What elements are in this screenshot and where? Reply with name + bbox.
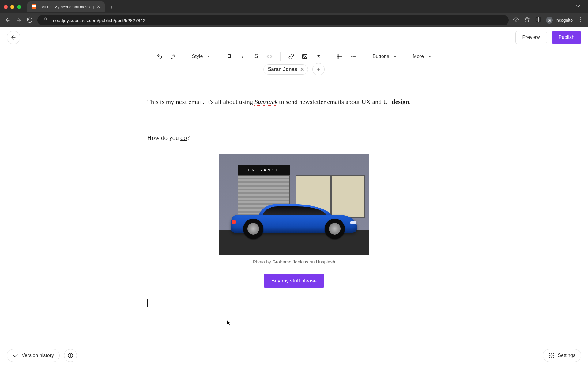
code-button[interactable] [264, 51, 275, 62]
settings-label: Settings [558, 353, 575, 358]
profile-badge[interactable]: Incognito [546, 17, 573, 24]
bookmark-star-button[interactable] [524, 17, 530, 24]
svg-point-14 [338, 54, 339, 55]
svg-point-10 [580, 21, 581, 22]
nav-back-button[interactable] [4, 17, 11, 24]
add-author-button[interactable]: ＋ [312, 63, 325, 75]
paragraph-1[interactable]: This is my next email. It's all about us… [147, 97, 441, 107]
svg-rect-12 [303, 54, 307, 58]
profile-label: Incognito [555, 18, 573, 23]
incognito-icon [546, 17, 553, 24]
nav-forward-button[interactable] [15, 17, 22, 24]
check-icon [13, 352, 19, 358]
image-caption[interactable]: Photo by Grahame Jenkins on Unsplash [219, 259, 369, 264]
tab-title: Editing "My next email messag [40, 5, 94, 9]
mouse-cursor-icon [227, 320, 231, 326]
buttons-dropdown[interactable]: Buttons [369, 51, 399, 62]
undo-button[interactable] [154, 51, 165, 62]
cta-button[interactable]: Buy my stuff please [264, 274, 324, 288]
svg-rect-2 [43, 20, 47, 22]
settings-button[interactable]: Settings [543, 349, 581, 362]
italic-button[interactable]: I [237, 51, 248, 62]
strikethrough-button[interactable]: S [250, 51, 262, 62]
window-controls [4, 5, 21, 9]
chevron-down-icon [575, 3, 581, 9]
bullet-list-icon [337, 53, 343, 59]
app-header: Preview Publish [0, 27, 588, 48]
svg-rect-4 [536, 17, 541, 21]
quote-icon [315, 53, 321, 59]
tab-strip: Editing "My next email messag ✕ ＋ [0, 0, 588, 13]
browser-menu-button[interactable] [578, 17, 584, 24]
numbered-list-icon [350, 53, 356, 59]
more-dropdown[interactable]: More [410, 51, 434, 62]
buttons-label: Buttons [372, 54, 389, 59]
window-close-button[interactable] [4, 5, 8, 9]
new-tab-button[interactable]: ＋ [107, 3, 116, 10]
figure[interactable]: ENTRANCE Photo by Grahame Jenkins on Uns… [219, 154, 369, 264]
browser-chrome: Editing "My next email messag ✕ ＋ moodjo… [0, 0, 588, 27]
svg-point-7 [549, 20, 551, 21]
address-bar[interactable]: moodjoy.substack.com/publish/post/528278… [37, 15, 509, 25]
svg-point-25 [70, 354, 71, 355]
bold-button[interactable]: B [223, 51, 235, 62]
cta-label: Buy my stuff please [271, 278, 317, 284]
svg-point-15 [338, 56, 339, 57]
author-row: Saran Jonas ✕ ＋ [0, 63, 588, 75]
bullet-list-button[interactable] [334, 51, 346, 62]
preview-button-label: Preview [522, 35, 540, 40]
editor-content[interactable]: This is my next email. It's all about us… [147, 75, 441, 307]
info-icon [67, 352, 74, 358]
svg-point-26 [551, 355, 552, 356]
link-icon [288, 53, 294, 59]
arrow-left-icon [5, 17, 11, 23]
info-button[interactable] [64, 349, 77, 362]
image-button[interactable] [299, 51, 311, 62]
author-remove-button[interactable]: ✕ [300, 67, 304, 72]
browser-tab[interactable]: Editing "My next email messag ✕ [27, 1, 105, 12]
version-history-label: Version history [22, 353, 54, 358]
url-text: moodjoy.substack.com/publish/post/528278… [51, 18, 145, 23]
reload-icon [27, 17, 33, 23]
svg-point-9 [580, 19, 581, 20]
editor-back-button[interactable] [7, 31, 20, 44]
style-label: Style [192, 54, 203, 59]
car-illustration [231, 203, 357, 240]
tab-close-button[interactable]: ✕ [97, 4, 100, 9]
svg-point-6 [548, 20, 550, 21]
arrow-right-icon [16, 17, 22, 23]
editor-footer: Version history Settings [7, 349, 581, 362]
author-name: Saran Jonas [268, 67, 297, 72]
nav-reload-button[interactable] [26, 17, 33, 24]
window-minimize-button[interactable] [10, 5, 14, 9]
caption-source-link[interactable]: Unsplash [316, 259, 335, 264]
image-icon [302, 53, 308, 59]
paragraph-2[interactable]: How do you do? [147, 133, 441, 143]
editor-toolbar: Style B I S Buttons More [0, 48, 588, 65]
redo-icon [170, 53, 176, 59]
blockquote-button[interactable] [312, 51, 324, 62]
side-panel-button[interactable] [535, 17, 541, 24]
svg-point-8 [580, 17, 581, 18]
arrow-left-icon [10, 34, 17, 40]
version-history-button[interactable]: Version history [7, 349, 60, 362]
window-zoom-button[interactable] [17, 5, 21, 9]
style-dropdown[interactable]: Style [189, 51, 213, 62]
preview-button[interactable]: Preview [515, 31, 547, 44]
undo-icon [156, 53, 163, 59]
spellcheck-word[interactable]: Substack [254, 98, 277, 105]
author-chip[interactable]: Saran Jonas ✕ [263, 64, 308, 75]
url-toolbar: moodjoy.substack.com/publish/post/528278… [0, 13, 588, 27]
publish-button[interactable]: Publish [552, 31, 581, 44]
caption-author-link[interactable]: Grahame Jenkins [272, 259, 308, 264]
gear-icon [548, 352, 555, 358]
numbered-list-button[interactable] [348, 51, 359, 62]
tabs-dropdown-button[interactable] [572, 3, 584, 10]
embedded-image[interactable]: ENTRANCE [219, 154, 369, 255]
incognito-eye-icon[interactable] [513, 17, 519, 24]
substack-favicon-icon [32, 4, 36, 9]
redo-button[interactable] [167, 51, 179, 62]
text-cursor [147, 299, 148, 307]
lock-icon [42, 17, 48, 24]
link-button[interactable] [285, 51, 297, 62]
